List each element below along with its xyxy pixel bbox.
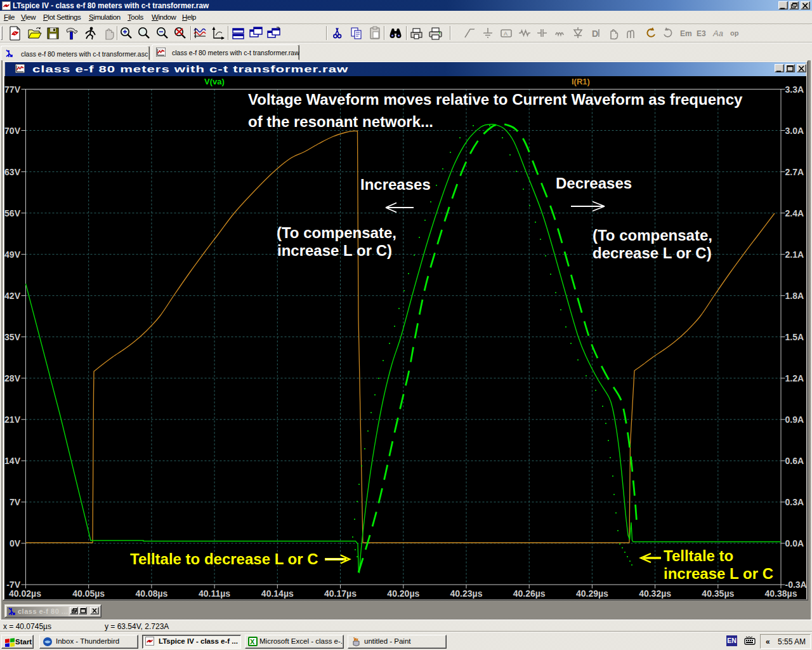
svg-text:28V: 28V: [4, 373, 21, 383]
svg-text:(To compensate,: (To compensate,: [593, 227, 712, 244]
svg-text:0V: 0V: [10, 538, 21, 548]
svg-text:42V: 42V: [4, 291, 21, 301]
svg-text:21V: 21V: [4, 415, 21, 425]
svg-text:Telltale to decrease L or C: Telltale to decrease L or C: [130, 550, 318, 567]
svg-text:63V: 63V: [4, 167, 21, 177]
svg-text:Aa: Aa: [712, 29, 723, 38]
svg-text:40.35µs: 40.35µs: [702, 588, 734, 599]
svg-text:Decreases: Decreases: [556, 175, 632, 192]
svg-text:1.8A: 1.8A: [785, 291, 804, 301]
svg-text:7V: 7V: [10, 497, 21, 507]
svg-text:14V: 14V: [4, 456, 21, 466]
svg-text:(To compensate,: (To compensate,: [277, 224, 396, 241]
svg-text:3.0A: 3.0A: [785, 126, 804, 136]
svg-text:op: op: [730, 29, 739, 37]
svg-text:Telltale to: Telltale to: [664, 547, 733, 564]
svg-text:40.20µs: 40.20µs: [387, 588, 419, 599]
svg-text:E3: E3: [697, 29, 706, 38]
svg-text:40.23µs: 40.23µs: [450, 588, 483, 599]
svg-text:increase L or C: increase L or C: [664, 565, 773, 582]
svg-text:0.3A: 0.3A: [785, 497, 804, 507]
svg-text:0.6A: 0.6A: [785, 456, 804, 466]
svg-text:3.3A: 3.3A: [785, 84, 804, 95]
svg-text:0.0A: 0.0A: [785, 538, 804, 548]
svg-text:decrease L or C): decrease L or C): [593, 244, 712, 262]
svg-text:70V: 70V: [4, 126, 21, 136]
svg-text:1.5A: 1.5A: [785, 332, 804, 342]
svg-text:of the resonant network...: of the resonant network...: [248, 113, 433, 130]
svg-text:0.9A: 0.9A: [785, 415, 804, 425]
svg-text:40.17µs: 40.17µs: [324, 588, 357, 599]
svg-text:V(va): V(va): [204, 77, 225, 86]
svg-text:40.08µs: 40.08µs: [135, 588, 167, 599]
svg-text:2.4A: 2.4A: [785, 208, 804, 218]
svg-text:40.38µs: 40.38µs: [765, 588, 797, 599]
svg-text:Em: Em: [680, 29, 692, 38]
svg-text:40.32µs: 40.32µs: [639, 588, 671, 599]
svg-text:40.26µs: 40.26µs: [513, 588, 546, 599]
svg-text:40.14µs: 40.14µs: [261, 588, 294, 599]
svg-text:56V: 56V: [4, 208, 21, 218]
svg-text:1.2A: 1.2A: [785, 373, 804, 383]
svg-text:Increases: Increases: [360, 176, 431, 193]
svg-text:D: D: [592, 29, 598, 39]
svg-text:40.02µs: 40.02µs: [9, 588, 41, 599]
svg-text:40.11µs: 40.11µs: [199, 588, 230, 599]
svg-text:X: X: [250, 638, 255, 646]
svg-text:2.1A: 2.1A: [785, 249, 804, 260]
svg-text:2.7A: 2.7A: [785, 167, 804, 177]
svg-text:40.29µs: 40.29µs: [576, 588, 608, 599]
svg-text:Voltage Waveform moves relativ: Voltage Waveform moves relative to Curre…: [248, 91, 743, 108]
svg-text:increase L or C): increase L or C): [277, 242, 392, 259]
svg-text:A: A: [504, 30, 508, 37]
svg-text:77V: 77V: [4, 84, 21, 95]
svg-text:40.05µs: 40.05µs: [72, 588, 105, 599]
svg-text:I(R1): I(R1): [572, 77, 590, 86]
svg-text:35V: 35V: [4, 332, 21, 342]
svg-text:49V: 49V: [4, 249, 21, 260]
